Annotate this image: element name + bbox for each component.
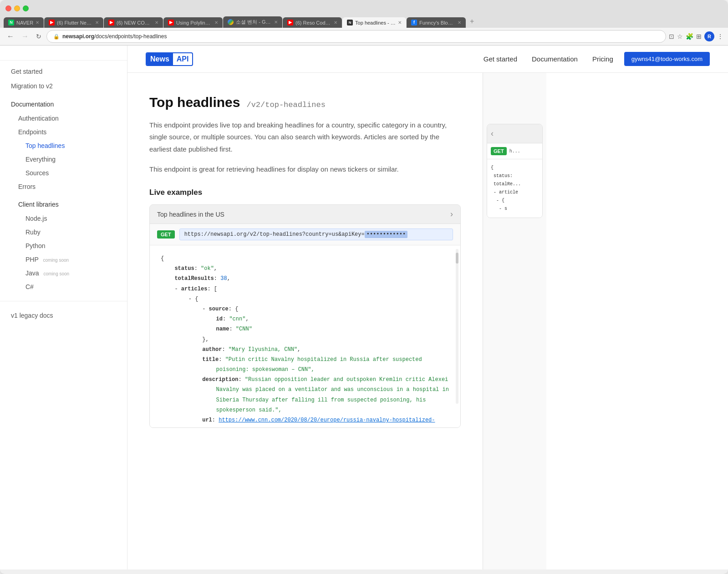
tab-label-naver: NAVER (16, 20, 33, 25)
sidebar-item-get-started[interactable]: Get started (0, 64, 127, 79)
coming-soon-badge-java: coming soon (43, 271, 69, 276)
close-icon[interactable]: ✕ (95, 20, 99, 25)
browser-tab-naver[interactable]: N NAVER ✕ (4, 17, 44, 28)
sidebar-item-nodejs[interactable]: Node.js (0, 212, 127, 225)
nav-get-started[interactable]: Get started (484, 55, 517, 63)
sidebar-item-v1-legacy[interactable]: v1 legacy docs (0, 309, 127, 322)
sidebar-item-python[interactable]: Python (0, 239, 127, 253)
code-block: { status: "ok", totalResults: 38, - arti… (150, 245, 460, 427)
sidebar-item-csharp[interactable]: C# (0, 280, 127, 294)
sidebar-section-documentation: Documentation (0, 97, 127, 112)
site-logo[interactable]: News API (146, 52, 193, 66)
close-icon[interactable]: ✕ (155, 20, 158, 25)
tab-label-polyline: Using Polyline fo... (176, 20, 212, 25)
example-card: Top headlines in the US › GET https://ne… (149, 204, 461, 428)
right-panel: ‹ GET h... { status: totalRe... - articl… (483, 73, 546, 569)
live-examples-title: Live examples (149, 188, 461, 197)
traffic-light-yellow[interactable] (14, 5, 20, 11)
close-icon[interactable]: ✕ (214, 20, 218, 25)
browser-tab-polyline[interactable]: ▶ Using Polyline fo... ✕ (163, 17, 223, 28)
url-bar: ← → ↻ 🔒 newsapi.org/docs/endpoints/top-h… (0, 28, 728, 46)
close-icon[interactable]: ✕ (398, 20, 402, 25)
sidebar-item-php[interactable]: PHP coming soon (0, 253, 127, 266)
nav-pricing[interactable]: Pricing (592, 55, 613, 63)
page-title-code: /v2/top-headlines (246, 101, 325, 109)
prev-example-button[interactable]: ‹ (491, 129, 494, 138)
logo-api-text: API (173, 53, 193, 65)
sidebar-item-endpoints[interactable]: Endpoints (0, 125, 127, 139)
get-badge: GET (157, 230, 175, 239)
traffic-light-green[interactable] (23, 5, 29, 11)
sidebar-section-client-libraries: Client libraries (0, 197, 127, 212)
example-card-title: Top headlines in the US (157, 211, 224, 218)
forward-button[interactable]: → (19, 31, 31, 41)
browser-tab-google[interactable]: 소셜 벤처 - Google... ✕ (223, 16, 282, 28)
lock-icon: 🔒 (53, 34, 60, 40)
user-button[interactable]: gywns41@todo-works.com (624, 52, 710, 66)
tab-grid-icon[interactable]: ⊞ (696, 33, 702, 40)
browser-chrome: N NAVER ✕ ▶ (6) Flutter News /... ✕ ▶ (6… (0, 0, 728, 28)
traffic-light-red[interactable] (5, 5, 11, 11)
next-example-button[interactable]: › (450, 209, 453, 219)
tab-label-google: 소셜 벤처 - Google... (236, 19, 272, 25)
reload-button[interactable]: ↻ (34, 32, 44, 41)
coming-soon-badge-php: coming soon (43, 258, 69, 263)
tab-label-newsapi: Top headlines - D... (355, 20, 396, 25)
extension-icon[interactable]: 🧩 (686, 33, 693, 40)
sidebar-item-everything[interactable]: Everything (0, 152, 127, 166)
example-url-row: GET https://newsapi.org/v2/top-headlines… (150, 224, 460, 245)
close-icon[interactable]: ✕ (458, 20, 461, 25)
example-card-header: Top headlines in the US › (150, 205, 460, 224)
page-title: Top headlines /v2/top-headlines (149, 95, 461, 110)
logo-news-text: News (147, 53, 173, 65)
menu-icon[interactable]: ⋮ (717, 33, 723, 40)
close-icon[interactable]: ✕ (36, 20, 39, 25)
tab-label-newcourse: (6) NEW COURS... (117, 20, 153, 25)
sidebar-item-ruby[interactable]: Ruby (0, 225, 127, 239)
right-get-badge: GET (491, 147, 507, 155)
tab-label-flutter: (6) Flutter News /... (57, 20, 93, 25)
sidebar-item-migration[interactable]: Migration to v2 (0, 79, 127, 93)
browser-tab-reso[interactable]: ▶ (6) Reso Coder -... ✕ (283, 17, 342, 28)
browser-tab-funnycs[interactable]: f Funncy's Blog -... ✕ (407, 17, 466, 28)
sidebar-item-java[interactable]: Java coming soon (0, 266, 127, 280)
main-content: Top headlines /v2/top-headlines This end… (127, 73, 728, 569)
description-2: This endpoint is great for retrieving he… (149, 163, 461, 175)
back-button[interactable]: ← (5, 31, 16, 41)
close-icon[interactable]: ✕ (334, 20, 337, 25)
browser-tab-flutter[interactable]: ▶ (6) Flutter News /... ✕ (44, 17, 103, 28)
screen-icon[interactable]: ⊡ (669, 33, 674, 40)
sidebar: Get started Migration to v2 Documentatio… (0, 46, 127, 569)
bookmark-icon[interactable]: ☆ (677, 33, 683, 40)
sidebar-item-errors[interactable]: Errors (0, 180, 127, 193)
nav-documentation[interactable]: Documentation (532, 55, 578, 63)
tab-label-reso: (6) Reso Coder -... (295, 20, 331, 25)
url-display: newsapi.org/docs/endpoints/top-headlines (62, 33, 167, 40)
sidebar-item-authentication[interactable]: Authentication (0, 112, 127, 125)
close-icon[interactable]: ✕ (274, 20, 278, 25)
header-nav: Get started Documentation Pricing (484, 55, 613, 63)
example-url-display[interactable]: https://newsapi.org/v2/top-headlines?cou… (179, 229, 453, 240)
new-tab-button[interactable]: + (466, 15, 478, 28)
tab-label-funnycs: Funncy's Blog -... (419, 20, 455, 25)
description-1: This endpoint provides live top and brea… (149, 119, 461, 155)
browser-tab-newsapi[interactable]: N Top headlines - D... ✕ (342, 17, 406, 28)
site-header: News API Get started Documentation Prici… (127, 46, 728, 73)
sidebar-item-top-headlines[interactable]: Top headlines (0, 139, 127, 152)
browser-tab-newcourse[interactable]: ▶ (6) NEW COURS... ✕ (104, 17, 163, 28)
profile-icon[interactable]: R (704, 31, 714, 41)
url-input[interactable]: 🔒 newsapi.org/docs/endpoints/top-headlin… (46, 30, 666, 43)
sidebar-item-sources[interactable]: Sources (0, 166, 127, 180)
